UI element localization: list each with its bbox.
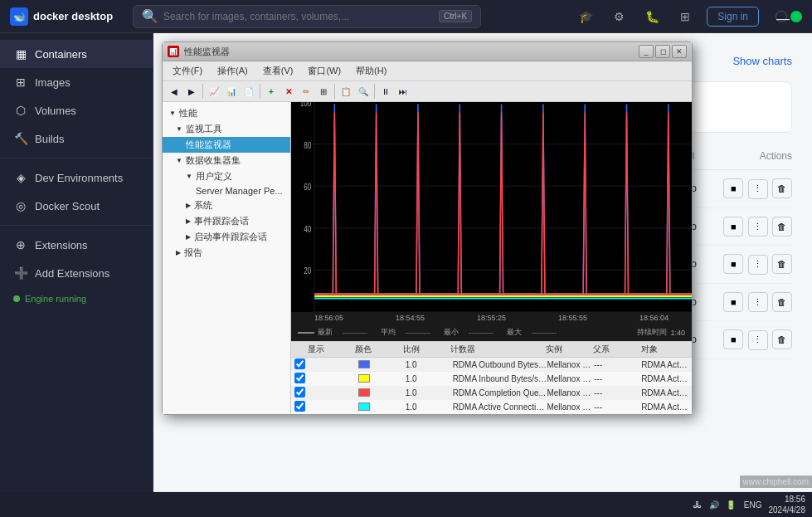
counter-checkbox[interactable] — [294, 401, 305, 412]
sidebar-divider-2 — [0, 225, 153, 226]
taskbar-icons: 🖧 🔊 🔋 — [691, 498, 737, 511]
time-label-3: 18:55:25 — [477, 314, 506, 322]
sidebar-item-extensions[interactable]: ⊕ Extensions — [0, 231, 153, 259]
stop-button[interactable]: ■ — [723, 254, 743, 274]
perf-restore-button[interactable]: ◻ — [655, 45, 670, 58]
header-actions: Actions — [709, 150, 792, 162]
settings-icon[interactable]: ⚙ — [607, 5, 630, 28]
sign-in-button[interactable]: Sign in — [707, 7, 759, 27]
bug-icon[interactable]: 🐛 — [640, 5, 664, 28]
menu-file[interactable]: 文件(F) — [166, 63, 209, 79]
step-button[interactable]: ⏭ — [395, 83, 411, 100]
nav-perf-monitor[interactable]: 性能监视器 — [163, 137, 290, 153]
sidebar-label-images: Images — [35, 76, 71, 89]
more-button[interactable]: ⋮ — [748, 292, 768, 312]
remove-counter-button[interactable]: ✕ — [280, 83, 297, 100]
nav-reports[interactable]: ▶ 报告 — [163, 245, 290, 261]
highlight-button[interactable]: ✏ — [298, 83, 314, 100]
graduation-icon[interactable]: 🎓 — [574, 5, 597, 28]
more-button[interactable]: ⋮ — [748, 179, 768, 199]
view-graph-button[interactable]: 📈 — [206, 83, 222, 100]
minimize-button[interactable]: — — [776, 11, 787, 22]
nav-server-manager[interactable]: Server Manager Pe... — [163, 184, 290, 198]
svg-text:20: 20 — [304, 267, 311, 276]
time-label-4: 18:55:55 — [558, 314, 587, 322]
chart-svg: 100 80 60 40 20 — [291, 102, 692, 312]
menu-help[interactable]: 帮助(H) — [349, 63, 393, 79]
more-button[interactable]: ⋮ — [748, 330, 768, 350]
sidebar-label-containers: Containers — [35, 48, 87, 61]
menu-window[interactable]: 窗口(W) — [301, 63, 348, 79]
perf-window-icon: 📊 — [168, 46, 179, 57]
maximize-button[interactable] — [790, 11, 802, 22]
sidebar-item-dev-env[interactable]: ◈ Dev Environments — [0, 163, 153, 192]
search-input[interactable] — [163, 11, 434, 22]
counter-checkbox[interactable] — [294, 373, 305, 383]
perf-minimize-button[interactable]: _ — [639, 45, 654, 58]
view-report-button[interactable]: 📄 — [241, 83, 257, 100]
nav-startup-event[interactable]: ▶ 启动事件跟踪会话 — [163, 229, 290, 245]
sidebar-item-builds[interactable]: 🔨 Builds — [0, 124, 153, 153]
containers-icon: ▦ — [13, 46, 28, 61]
nav-perf[interactable]: ▼ 性能 — [163, 105, 290, 121]
sidebar-label-volumes: Volumes — [35, 105, 76, 117]
delete-button[interactable]: 🗑 — [772, 292, 792, 312]
taskbar-network-icon: 🖧 — [691, 498, 704, 511]
stop-button[interactable]: ■ — [723, 329, 743, 349]
zoom-button[interactable]: 🔍 — [355, 83, 372, 100]
taskbar: 🖧 🔊 🔋 ENG 18:56 2024/4/28 — [0, 492, 812, 517]
delete-button[interactable]: 🗑 — [772, 217, 792, 237]
nav-event-trace[interactable]: ▶ 事件跟踪会话 — [163, 213, 290, 229]
main-layout: ▦ Containers ⊞ Images ⬡ Volumes 🔨 Builds… — [0, 33, 812, 517]
menu-view[interactable]: 查看(V) — [256, 63, 300, 79]
stop-button[interactable]: ■ — [723, 178, 743, 198]
view-hist-button[interactable]: 📊 — [223, 83, 240, 100]
add-counter-button[interactable]: + — [263, 83, 280, 100]
counter-row: 1.0 RDMA Completion Que... Mellanox … --… — [291, 386, 692, 400]
perf-close-button[interactable]: ✕ — [672, 45, 687, 58]
nav-system[interactable]: ▶ 系统 — [163, 198, 290, 213]
color-swatch — [358, 388, 370, 397]
forward-button[interactable]: ▶ — [183, 83, 200, 100]
menu-actions[interactable]: 操作(A) — [211, 63, 255, 79]
delete-button[interactable]: 🗑 — [772, 254, 792, 274]
nav-data-collectors[interactable]: ▼ 数据收集器集 — [163, 153, 290, 168]
properties-button[interactable]: ⊞ — [315, 83, 332, 100]
freeze-button[interactable]: ⏸ — [377, 83, 394, 100]
delete-button[interactable]: 🗑 — [772, 178, 792, 198]
counter-checkbox[interactable] — [294, 358, 305, 369]
sidebar-item-images[interactable]: ⊞ Images — [0, 68, 153, 96]
sidebar-item-containers[interactable]: ▦ Containers — [0, 40, 153, 68]
time-label-5: 18:56:04 — [639, 314, 669, 322]
more-button[interactable]: ⋮ — [748, 217, 768, 237]
taskbar-lang: ENG — [744, 500, 762, 510]
back-button[interactable]: ◀ — [166, 83, 182, 100]
sidebar-item-docker-scout[interactable]: ◎ Docker Scout — [0, 192, 153, 220]
sidebar-label-add-extensions: Add Extensions — [35, 267, 109, 280]
stop-button[interactable]: ■ — [723, 217, 743, 237]
sidebar-item-volumes[interactable]: ⬡ Volumes — [0, 96, 153, 124]
add-extensions-icon: ➕ — [13, 266, 28, 280]
perf-window-controls: _ ◻ ✕ — [639, 45, 687, 58]
counter-checkbox[interactable] — [294, 387, 305, 398]
delete-button[interactable]: 🗑 — [772, 329, 792, 349]
perf-titlebar: 📊 性能监视器 _ ◻ ✕ — [163, 42, 692, 61]
stop-button[interactable]: ■ — [723, 292, 743, 312]
grid-icon[interactable]: ⊞ — [673, 5, 697, 28]
perf-menubar: 文件(F) 操作(A) 查看(V) 窗口(W) 帮助(H) — [163, 61, 692, 81]
counter-row: 1.0 RDMA Outbound Bytes/... Mellanox … -… — [291, 358, 692, 372]
extensions-icon: ⊕ — [13, 237, 28, 252]
nav-user-defined[interactable]: ▼ 用户定义 — [163, 168, 290, 184]
nav-monitor-tools[interactable]: ▼ 监视工具 — [163, 121, 290, 137]
sidebar-item-add-extensions[interactable]: ➕ Add Extensions — [0, 259, 153, 287]
sidebar-label-extensions: Extensions — [35, 239, 88, 251]
taskbar-battery-icon: 🔋 — [724, 498, 737, 511]
scout-icon: ◎ — [13, 198, 28, 213]
more-button[interactable]: ⋮ — [748, 255, 768, 275]
sidebar: ▦ Containers ⊞ Images ⬡ Volumes 🔨 Builds… — [0, 33, 153, 517]
show-charts-button[interactable]: Show charts — [732, 55, 792, 67]
search-bar[interactable]: 🔍 Ctrl+K — [133, 5, 481, 28]
perf-nav-tree: ▼ 性能 ▼ 监视工具 性能监视器 ▼ 数据收集器集 ▼ 用户定义 — [163, 102, 291, 414]
copy-image-button[interactable]: 📋 — [338, 83, 354, 100]
performance-monitor-window[interactable]: 📊 性能监视器 _ ◻ ✕ 文件(F) 操作(A) 查看(V) 窗口(W) 帮助… — [162, 41, 693, 415]
